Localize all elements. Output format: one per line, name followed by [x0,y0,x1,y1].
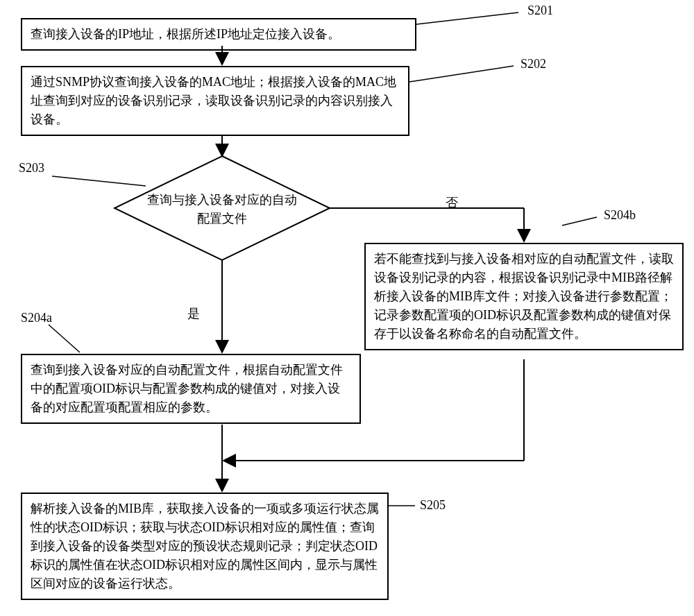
decision-s203-text: 查询与接入设备对应的自动 配置文件 [139,191,305,228]
label-s203: S203 [19,161,44,176]
step-s202: 通过SNMP协议查询接入设备的MAC地址；根据接入设备的MAC地址查询到对应的设… [21,66,409,136]
step-s205: 解析接入设备的MIB库，获取接入设备的一项或多项运行状态属性的状态OID标识；获… [21,493,389,600]
step-s201-text: 查询接入设备的IP地址，根据所述IP地址定位接入设备。 [31,27,340,41]
edge-label-yes: 是 [187,305,200,322]
step-s204b: 若不能查找到与接入设备相对应的自动配置文件，读取设备设别记录的内容，根据设备识别… [364,243,684,350]
step-s205-text: 解析接入设备的MIB库，获取接入设备的一项或多项运行状态属性的状态OID标识；获… [31,502,379,590]
label-s204a: S204a [21,311,52,325]
step-s202-text: 通过SNMP协议查询接入设备的MAC地址；根据接入设备的MAC地址查询到对应的设… [31,75,396,126]
label-s202: S202 [520,57,546,71]
label-s205: S205 [420,498,446,513]
label-s201: S201 [527,3,553,18]
svg-line-11 [49,325,80,352]
step-s204a: 查询到接入设备对应的自动配置文件，根据自动配置文件中的配置项OID标识与配置参数… [21,354,361,424]
svg-line-4 [409,66,514,82]
step-s204b-text: 若不能查找到与接入设备相对应的自动配置文件，读取设备设别记录的内容，根据设备识别… [374,252,674,341]
svg-line-9 [562,217,597,225]
step-s204a-text: 查询到接入设备对应的自动配置文件，根据自动配置文件中的配置项OID标识与配置参数… [31,363,343,414]
label-s204b: S204b [604,208,636,223]
edge-label-no: 否 [446,194,458,211]
decision-s203: 查询与接入设备对应的自动 配置文件 [125,156,319,260]
step-s201: 查询接入设备的IP地址，根据所述IP地址定位接入设备。 [21,18,416,51]
svg-line-2 [416,12,518,24]
